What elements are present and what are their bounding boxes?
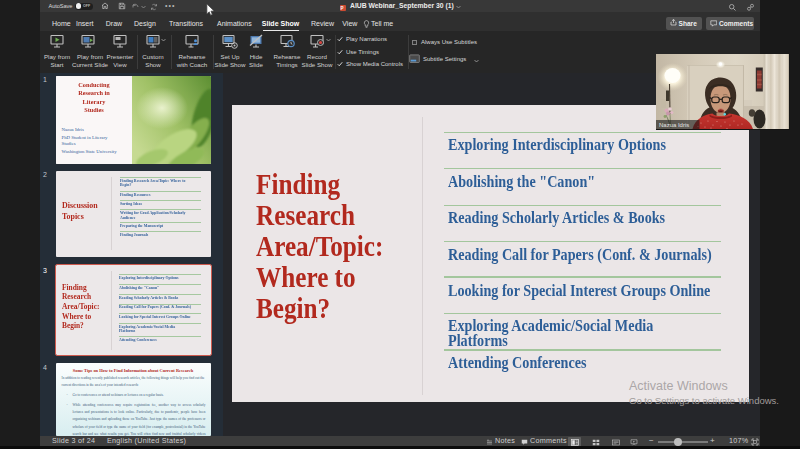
svg-text:Nazua Idris: Nazua Idris: [659, 122, 689, 128]
